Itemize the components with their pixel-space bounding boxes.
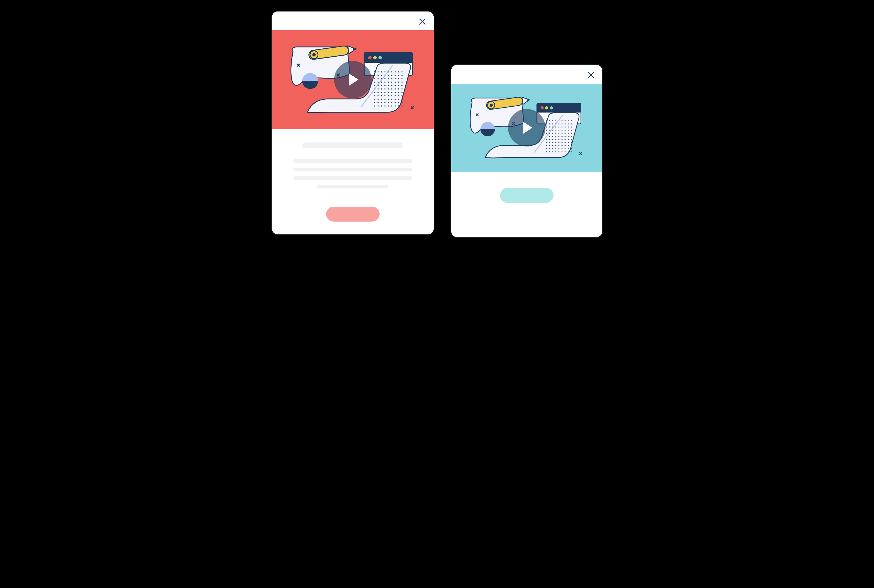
hero-image: [272, 30, 434, 129]
title-placeholder: [302, 142, 403, 148]
svg-rect-37: [545, 118, 573, 154]
svg-point-34: [541, 106, 544, 110]
svg-point-35: [545, 106, 548, 110]
modal-content: [451, 172, 602, 208]
hero-image: [451, 84, 602, 172]
text-placeholder-line: [293, 168, 412, 171]
onboarding-modal-small: [451, 64, 603, 238]
svg-point-16: [378, 56, 382, 60]
close-button[interactable]: [586, 70, 596, 80]
svg-point-15: [373, 56, 377, 60]
onboarding-modal-large: [271, 11, 435, 235]
text-placeholder-line: [293, 159, 412, 163]
close-icon: [419, 18, 426, 26]
header-spacer: [451, 65, 602, 84]
text-placeholder-line: [317, 184, 388, 188]
close-button[interactable]: [418, 17, 427, 27]
play-button[interactable]: [508, 109, 546, 147]
modal-content: [272, 129, 434, 230]
svg-rect-17: [373, 70, 404, 108]
svg-point-14: [368, 56, 372, 60]
play-icon: [523, 122, 533, 134]
cta-button[interactable]: [500, 188, 554, 203]
header-spacer: [272, 12, 434, 30]
cta-button[interactable]: [326, 207, 380, 222]
close-icon: [587, 71, 595, 79]
play-icon: [349, 74, 358, 86]
play-button[interactable]: [334, 61, 372, 98]
svg-point-36: [550, 106, 553, 110]
text-placeholder-line: [293, 176, 412, 180]
